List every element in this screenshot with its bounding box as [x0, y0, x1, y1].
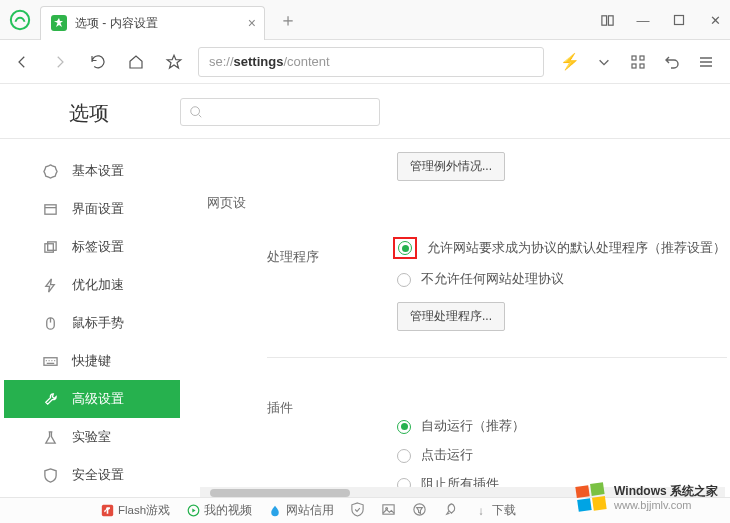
new-tab-button[interactable]: ＋: [275, 7, 301, 33]
radio-icon: [398, 241, 412, 255]
radio-handler-deny[interactable]: 不允许任何网站处理协议: [397, 271, 730, 288]
sidebar-item-basic[interactable]: 基本设置: [4, 152, 180, 190]
mouse-icon: [42, 315, 58, 331]
sidebar-item-speed[interactable]: 优化加速: [4, 266, 180, 304]
statusbar-download[interactable]: ↓ 下载: [474, 503, 516, 518]
sidebar-item-security[interactable]: 安全设置: [4, 456, 180, 494]
bolt-icon: [42, 277, 58, 293]
speed-mode-icon[interactable]: ⚡: [560, 52, 580, 72]
undo-icon[interactable]: [662, 52, 682, 72]
radio-label: 不允许任何网站处理协议: [421, 271, 564, 288]
statusbar-label: 网站信用: [286, 503, 334, 518]
sidebar-item-label: 实验室: [72, 428, 111, 446]
radio-plugins-click[interactable]: 点击运行: [397, 447, 730, 464]
sidebar-item-ui[interactable]: 界面设置: [4, 190, 180, 228]
rocket-icon[interactable]: [443, 502, 458, 519]
manage-handlers-button[interactable]: 管理处理程序...: [397, 302, 505, 331]
header-divider: [0, 138, 730, 139]
statusbar-label: 我的视频: [204, 503, 252, 518]
apps-grid-icon[interactable]: [628, 52, 648, 72]
svg-rect-14: [43, 357, 56, 365]
nav-forward-button[interactable]: [46, 48, 74, 76]
section-label-handler: 处理程序: [267, 248, 319, 266]
reader-mode-icon[interactable]: [598, 13, 616, 28]
radio-handler-allow[interactable]: 允许网站要求成为协议的默认处理程序（推荐设置）: [397, 237, 730, 259]
sidebar-item-tabs[interactable]: 标签设置: [4, 228, 180, 266]
svg-rect-2: [608, 15, 613, 24]
sidebar-item-advanced[interactable]: 高级设置: [4, 380, 180, 418]
svg-rect-6: [632, 64, 636, 68]
sidebar-item-shortcut[interactable]: 快捷键: [4, 342, 180, 380]
settings-panel: 管理例外情况... 网页设 处理程序 允许网站要求成为协议的默认处理程序（推荐设…: [200, 152, 730, 522]
svg-rect-17: [383, 505, 394, 514]
sidebar-item-label: 高级设置: [72, 390, 124, 408]
settings-search-input[interactable]: [180, 98, 380, 126]
address-text: se://settings/content: [209, 54, 330, 69]
svg-rect-3: [675, 16, 684, 25]
tab-favicon-icon: [51, 15, 67, 31]
chevron-down-icon[interactable]: [594, 52, 614, 72]
manage-exceptions-button[interactable]: 管理例外情况...: [397, 152, 505, 181]
svg-rect-5: [640, 56, 644, 60]
app-logo-icon: [0, 0, 40, 40]
svg-marker-9: [43, 164, 56, 177]
svg-rect-4: [632, 56, 636, 60]
radio-icon: [397, 420, 411, 434]
sidebar-item-label: 界面设置: [72, 200, 124, 218]
sidebar-item-label: 优化加速: [72, 276, 124, 294]
window-maximize-button[interactable]: [670, 14, 688, 26]
statusbar-site-trust[interactable]: 网站信用: [268, 503, 334, 518]
window-close-button[interactable]: ✕: [706, 13, 724, 28]
nav-home-button[interactable]: [122, 48, 150, 76]
shield-check-icon[interactable]: [350, 502, 365, 519]
sidebar-item-label: 快捷键: [72, 352, 111, 370]
window-icon: [42, 201, 58, 217]
svg-point-8: [191, 107, 200, 116]
flash-icon: [100, 504, 114, 518]
highlight-annotation: [393, 237, 417, 259]
radio-label: 点击运行: [421, 447, 473, 464]
sidebar-item-label: 基本设置: [72, 162, 124, 180]
settings-sidebar: 基本设置 界面设置 标签设置 优化加速 鼠标手势 快捷键 高级设置 实验室: [4, 152, 180, 494]
picture-icon[interactable]: [381, 502, 396, 519]
scrollbar-thumb[interactable]: [210, 489, 350, 497]
address-bar[interactable]: se://settings/content: [198, 47, 544, 77]
filter-icon[interactable]: [412, 502, 427, 519]
gear-icon: [42, 163, 58, 179]
play-icon: [186, 504, 200, 518]
svg-rect-7: [640, 64, 644, 68]
radio-icon: [397, 449, 411, 463]
sidebar-item-gesture[interactable]: 鼠标手势: [4, 304, 180, 342]
keyboard-icon: [42, 353, 58, 369]
nav-back-button[interactable]: [8, 48, 36, 76]
sidebar-item-label: 鼠标手势: [72, 314, 124, 332]
section-label-webpage: 网页设: [207, 194, 246, 212]
statusbar-flash-games[interactable]: Flash游戏: [100, 503, 170, 518]
radio-icon: [397, 273, 411, 287]
tab-close-button[interactable]: ×: [248, 15, 256, 31]
statusbar-label: 下载: [492, 503, 516, 518]
tab-title: 选项 - 内容设置: [75, 15, 158, 32]
wrench-icon: [42, 391, 58, 407]
sidebar-item-label: 标签设置: [72, 238, 124, 256]
radio-plugins-auto[interactable]: 自动运行（推荐）: [397, 418, 730, 435]
radio-label: 自动运行（推荐）: [421, 418, 525, 435]
browser-tab[interactable]: 选项 - 内容设置 ×: [40, 6, 265, 40]
statusbar-label: Flash游戏: [118, 503, 170, 518]
menu-icon[interactable]: [696, 52, 716, 72]
status-bar: Flash游戏 我的视频 网站信用 ↓ 下载: [0, 497, 730, 523]
window-minimize-button[interactable]: —: [634, 13, 652, 28]
svg-rect-1: [601, 15, 606, 24]
nav-reload-button[interactable]: [84, 48, 112, 76]
svg-point-0: [11, 10, 29, 28]
sidebar-item-lab[interactable]: 实验室: [4, 418, 180, 456]
page-title: 选项: [69, 100, 109, 127]
section-label-plugins: 插件: [267, 399, 293, 417]
window-controls: — ✕: [598, 0, 724, 40]
content-area: 选项 基本设置 界面设置 标签设置 优化加速 鼠标手势 快捷键: [0, 84, 730, 523]
statusbar-my-video[interactable]: 我的视频: [186, 503, 252, 518]
svg-rect-10: [44, 204, 55, 213]
download-icon: ↓: [474, 504, 488, 518]
flask-icon: [42, 429, 58, 445]
nav-favorite-button[interactable]: [160, 48, 188, 76]
